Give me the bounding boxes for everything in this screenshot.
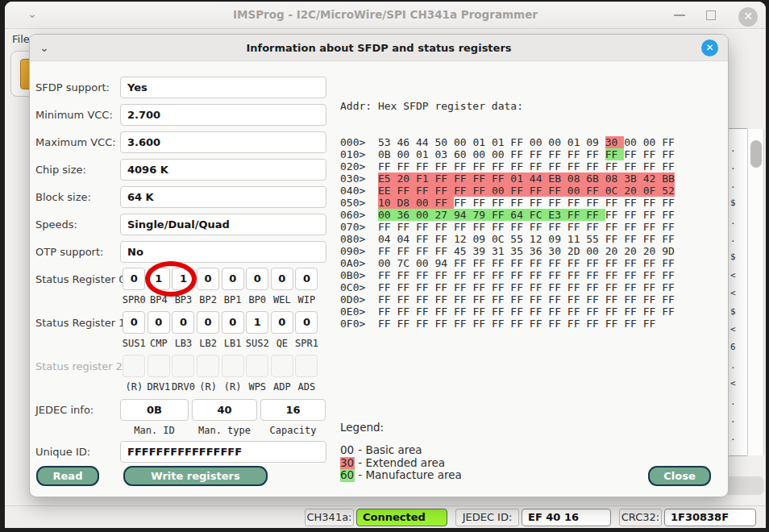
- field-label: SFDP support:: [35, 81, 110, 94]
- register-label: Status Register 1: [35, 317, 125, 329]
- bit-box[interactable]: 0: [271, 311, 293, 334]
- field-value[interactable]: Single/Dual/Quad: [120, 214, 326, 235]
- jedec-sublabel: Man. type: [192, 425, 257, 436]
- hex-row: 070> FF FF FF FF FF FF FF FF FF FF FF FF…: [340, 221, 713, 233]
- bit-box[interactable]: 0: [271, 268, 293, 290]
- bit-box[interactable]: 0: [123, 268, 145, 290]
- connection-status-badge: Connected: [356, 509, 447, 526]
- hex-row: 010> 0B 00 01 03 60 00 00 FF FF FF FF FF…: [340, 148, 713, 160]
- hex-header: Addr: Hex SFDP register data:: [340, 100, 713, 112]
- bit-box[interactable]: 0: [295, 311, 318, 334]
- bit-box[interactable]: 0: [123, 311, 145, 334]
- annotation-ellipse: [145, 261, 197, 297]
- jedec-sublabels: Man. IDMan. typeCapacity: [120, 425, 326, 436]
- bit-box[interactable]: 0: [197, 311, 219, 334]
- scrollbar-thumb[interactable]: [750, 140, 762, 168]
- legend: Legend: 00 - Basic area30 - Extended are…: [340, 421, 462, 482]
- jedec-sublabel: Man. ID: [120, 425, 189, 436]
- field-label: Block size:: [35, 191, 91, 203]
- field-value[interactable]: 4096 K: [120, 159, 326, 181]
- jedec-box[interactable]: 0B: [120, 399, 189, 421]
- bit-box[interactable]: 0: [197, 268, 219, 290]
- bit-box[interactable]: 0: [222, 311, 244, 334]
- register-label: Status Register 0: [35, 273, 125, 285]
- hex-row: 0A0> 00 7C 00 94 FF FF FF FF FF FF FF FF…: [340, 257, 713, 269]
- field-value[interactable]: 3.600: [120, 131, 326, 153]
- hex-dump: Addr: Hex SFDP register data: 000> 53 46…: [340, 76, 713, 354]
- crc32-value[interactable]: 1F30838F: [664, 509, 756, 526]
- jedec-values: 0B4016: [120, 399, 326, 421]
- field-value[interactable]: 2.700: [120, 104, 326, 126]
- bit-box[interactable]: [246, 355, 268, 377]
- bit-box[interactable]: [222, 355, 244, 377]
- scrollbar[interactable]: [747, 129, 764, 455]
- hex-row: 0F0> FF FF FF FF FF FF FF FF FF FF FF FF…: [340, 318, 713, 330]
- hex-row: 0E0> FF FF FF FF FF FF FF FF FF FF FF FF…: [340, 305, 713, 318]
- write-registers-button[interactable]: Write registers: [123, 466, 268, 486]
- bit-box[interactable]: 0: [148, 311, 170, 334]
- hex-row: 040> EE FF FF FF FF FF 00 FF FF FF 00 FF…: [340, 185, 713, 197]
- field-label: Maximum VCC:: [35, 136, 116, 148]
- crc32-label: CRC32:: [619, 509, 662, 526]
- jedec-info-label: JEDEC info:: [35, 404, 94, 416]
- field-label: Speeds:: [35, 218, 77, 231]
- legend-item: 30 - Extended area: [340, 457, 462, 470]
- dialog-titlebar: ⌄ Information about SFDP and status regi…: [30, 35, 728, 61]
- field-value[interactable]: No: [120, 241, 326, 263]
- hex-row: 000> 53 46 44 50 00 01 01 FF 00 00 01 09…: [340, 136, 713, 148]
- register-bit-labels: SPR0BP4BP3BP2BP1BP0WELWIP: [122, 294, 319, 305]
- hex-rows: 000> 53 46 44 50 00 01 01 FF 00 00 01 09…: [340, 136, 713, 330]
- field-label: Minimum VCC:: [35, 109, 113, 121]
- status-bar: CH341a: Connected JEDEC ID: EF 40 16 CRC…: [5, 505, 766, 528]
- bit-box[interactable]: [271, 355, 293, 377]
- close-icon[interactable]: ✕: [738, 7, 758, 27]
- minimize-icon[interactable]: [674, 15, 685, 16]
- legend-items: 00 - Basic area30 - Extended area60 - Ma…: [340, 444, 462, 482]
- register-bits: 00000100: [122, 311, 319, 334]
- bit-box[interactable]: [295, 355, 318, 377]
- hex-row: 0C0> FF FF FF FF FF FF FF FF FF FF FF FF…: [340, 281, 713, 293]
- field-label: OTP support:: [35, 246, 103, 258]
- hex-row: 060> 00 36 00 27 94 79 FF 64 FC E3 FF FF…: [340, 209, 713, 221]
- hex-row: 0D0> FF FF FF FF FF FF FF FF FF FF FF FF…: [340, 293, 713, 305]
- field-value[interactable]: 64 K: [120, 186, 326, 208]
- hex-row: 030> E5 20 F1 FF FF FF FF 01 44 EB 08 6B…: [340, 172, 713, 185]
- unique-id-field[interactable]: FFFFFFFFFFFFFFFF: [120, 441, 326, 463]
- ch341a-label: CH341a:: [305, 509, 354, 526]
- bit-box[interactable]: 0: [172, 311, 194, 334]
- bit-box[interactable]: 0: [222, 268, 244, 290]
- jedec-box[interactable]: 40: [192, 399, 257, 421]
- legend-item: 60 - Manufacture area: [340, 469, 462, 482]
- dialog-close-icon[interactable]: ✕: [701, 39, 718, 56]
- bit-box[interactable]: [148, 355, 170, 377]
- hex-row: 090> FF FF FF FF 45 39 31 35 36 30 2D 00…: [340, 245, 713, 257]
- jedec-id-label: JEDEC ID:: [455, 509, 519, 526]
- legend-title: Legend:: [340, 421, 462, 434]
- menu-file[interactable]: File: [12, 33, 30, 45]
- bit-box[interactable]: 0: [295, 268, 318, 290]
- jedec-box[interactable]: 16: [260, 399, 326, 421]
- field-label: Chip size:: [35, 164, 86, 176]
- close-button[interactable]: Close: [648, 466, 711, 486]
- register-bits: [122, 355, 319, 377]
- hex-row: 0B0> FF FF FF FF FF FF FF FF FF FF FF FF…: [340, 269, 713, 281]
- bit-box[interactable]: [123, 355, 145, 377]
- bit-box[interactable]: 1: [246, 311, 268, 334]
- unique-id-label: Unique ID:: [35, 446, 90, 458]
- hex-row: 020> FF FF FF FF FF FF FF FF FF FF FF FF…: [340, 160, 713, 172]
- window-titlebar: ⌄ IMSProg - I2C/MicroWire/SPI CH341a Pro…: [5, 2, 766, 29]
- hex-row: 080> 04 04 FF FF 12 09 0C 55 12 09 11 55…: [340, 233, 713, 245]
- maximize-icon[interactable]: [706, 10, 716, 20]
- bit-box[interactable]: [197, 355, 219, 377]
- jedec-id-value[interactable]: EF 40 16: [522, 509, 611, 526]
- read-button[interactable]: Read: [36, 466, 99, 486]
- bit-box[interactable]: 0: [246, 268, 268, 290]
- field-value[interactable]: Yes: [120, 77, 326, 98]
- bit-box[interactable]: [172, 355, 194, 377]
- jedec-sublabel: Capacity: [260, 425, 326, 436]
- hex-row: 050> 10 D8 00 FF FF FF FF FF FF FF FF FF…: [340, 197, 713, 209]
- register-bit-labels: (R)DRV1DRV0(R)(R)WPSADPADS: [122, 381, 319, 393]
- legend-item: 00 - Basic area: [340, 444, 462, 457]
- register-bit-labels: SUS1CMPLB3LB2LB1SUS2QESPR1: [122, 338, 319, 349]
- sfdp-dialog: ⌄ Information about SFDP and status regi…: [29, 34, 729, 497]
